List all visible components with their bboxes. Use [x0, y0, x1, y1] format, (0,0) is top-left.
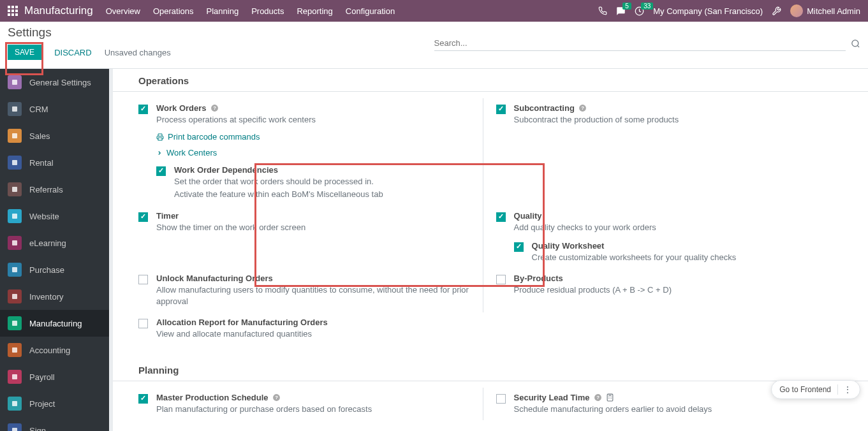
menu-products[interactable]: Products — [251, 6, 284, 16]
help-icon[interactable]: ? — [578, 104, 587, 112]
module-icon — [8, 129, 22, 143]
menu-operations[interactable]: Operations — [153, 6, 194, 16]
company-selector[interactable]: My Company (San Francisco) — [653, 6, 763, 16]
sidebar-item-website[interactable]: Website — [0, 203, 109, 230]
kebab-icon[interactable]: ⋮ — [837, 384, 852, 395]
setting-unlock: Unlock Manufacturing Orders Allow manufa… — [138, 268, 483, 312]
setting-mps: Master Production Schedule ? Plan manufa… — [138, 388, 483, 420]
subcontracting-checkbox[interactable] — [496, 105, 506, 114]
timer-checkbox[interactable] — [138, 212, 148, 222]
user-menu[interactable]: Mitchell Admin — [790, 4, 860, 17]
security-checkbox[interactable] — [496, 394, 506, 404]
svg-rect-10 — [12, 267, 17, 272]
sidebar-item-elearning[interactable]: eLearning — [0, 230, 109, 256]
svg-text:?: ? — [596, 395, 600, 400]
sidebar-item-crm[interactable]: CRM — [0, 96, 109, 122]
sidebar-item-payroll[interactable]: Payroll — [0, 363, 109, 390]
quality-worksheet-checkbox[interactable] — [514, 242, 524, 252]
module-icon — [8, 423, 22, 431]
work-orders-desc: Process operations at specific work cent… — [156, 114, 470, 126]
print-barcode-link[interactable]: Print barcode commands — [156, 132, 470, 142]
clock-icon[interactable]: 33 — [635, 6, 644, 16]
settings-content[interactable]: Operations Work Orders ? Process operati… — [113, 69, 868, 431]
menu-overview[interactable]: Overview — [106, 6, 140, 16]
tools-icon[interactable] — [772, 6, 781, 16]
menu-configuration[interactable]: Configuration — [346, 6, 395, 16]
chat-icon[interactable]: 5 — [616, 6, 626, 16]
quality-title: Quality — [514, 211, 542, 221]
svg-rect-3 — [12, 80, 17, 85]
phone-icon[interactable] — [598, 6, 607, 15]
mps-desc: Plan manufacturing or purchase orders ba… — [156, 404, 470, 415]
svg-rect-13 — [12, 347, 17, 353]
work-order-deps-desc2: Activate the feature within each BoM's M… — [174, 189, 470, 200]
allocation-desc: View and allocate manufactured quantitie… — [156, 328, 470, 340]
allocation-checkbox[interactable] — [138, 319, 148, 328]
sidebar-item-rental[interactable]: Rental — [0, 149, 109, 176]
module-icon — [8, 182, 22, 196]
setting-byproducts: By-Products Produce residual products (A… — [483, 268, 827, 312]
svg-text:?: ? — [275, 395, 278, 400]
byproducts-checkbox[interactable] — [496, 275, 506, 284]
mps-checkbox[interactable] — [138, 394, 148, 404]
mps-title: Master Production Schedule — [156, 393, 268, 402]
calculator-icon[interactable] — [606, 393, 614, 402]
module-icon — [8, 209, 22, 223]
quality-desc: Add quality checks to your work orders — [514, 222, 814, 233]
quality-checkbox[interactable] — [496, 212, 506, 222]
search-input[interactable] — [434, 36, 846, 51]
go-to-frontend-button[interactable]: Go to Frontend ⋮ — [771, 380, 860, 399]
sidebar-item-label: Purchase — [29, 265, 64, 275]
section-planning-header: Planning — [113, 358, 868, 381]
search-icon[interactable] — [851, 39, 860, 48]
sidebar-item-inventory[interactable]: Inventory — [0, 283, 109, 310]
apps-icon[interactable] — [8, 6, 18, 16]
menu-planning[interactable]: Planning — [207, 6, 239, 16]
unlock-desc: Allow manufacturing users to modify quan… — [156, 284, 470, 307]
sidebar-item-sales[interactable]: Sales — [0, 122, 109, 149]
sidebar-item-accounting[interactable]: Accounting — [0, 337, 109, 363]
app-brand[interactable]: Manufacturing — [24, 4, 93, 17]
module-icon — [8, 316, 22, 330]
settings-sidebar[interactable]: General SettingsCRMSalesRentalReferralsW… — [0, 69, 113, 431]
svg-point-1 — [852, 40, 858, 46]
work-order-deps-checkbox[interactable] — [156, 166, 166, 176]
save-button[interactable]: SAVE — [8, 45, 41, 60]
control-panel: Settings SAVE DISCARD Unsaved changes — [0, 22, 868, 69]
menu-reporting[interactable]: Reporting — [297, 6, 332, 16]
module-icon — [8, 156, 22, 170]
timer-desc: Show the timer on the work order screen — [156, 222, 470, 233]
sidebar-item-general-settings[interactable]: General Settings — [0, 69, 109, 96]
sidebar-item-label: Sales — [29, 131, 50, 141]
setting-work-orders: Work Orders ? Process operations at spec… — [138, 98, 483, 206]
security-title: Security Lead Time — [514, 393, 590, 402]
setting-quality: Quality Add quality checks to your work … — [483, 206, 827, 268]
sidebar-item-project[interactable]: Project — [0, 390, 109, 417]
work-orders-checkbox[interactable] — [138, 105, 148, 114]
sidebar-item-label: General Settings — [29, 78, 91, 87]
section-operations-header: Operations — [113, 69, 868, 92]
work-order-deps-desc1: Set the order that work orders should be… — [174, 176, 470, 187]
unlock-checkbox[interactable] — [138, 275, 148, 284]
unlock-title: Unlock Manufacturing Orders — [156, 274, 273, 283]
sidebar-item-sign[interactable]: Sign — [0, 417, 109, 431]
work-orders-title: Work Orders — [156, 103, 207, 113]
svg-rect-15 — [12, 401, 17, 406]
quality-worksheet-desc: Create customizable worksheets for your … — [532, 252, 814, 263]
work-centers-link[interactable]: Work Centers — [156, 148, 470, 157]
work-order-deps-title: Work Order Dependencies — [174, 165, 278, 175]
help-icon[interactable]: ? — [210, 104, 219, 112]
allocation-title: Allocation Report for Manufacturing Orde… — [156, 318, 328, 327]
discard-button[interactable]: DISCARD — [49, 45, 97, 60]
security-desc: Schedule manufacturing orders earlier to… — [514, 404, 814, 415]
sidebar-item-label: Sign — [29, 426, 46, 432]
help-icon[interactable]: ? — [272, 393, 281, 402]
svg-rect-16 — [12, 428, 17, 431]
svg-line-2 — [857, 45, 859, 47]
sidebar-item-manufacturing[interactable]: Manufacturing — [0, 310, 109, 337]
sidebar-item-purchase[interactable]: Purchase — [0, 256, 109, 283]
help-icon[interactable]: ? — [594, 393, 602, 402]
sidebar-item-referrals[interactable]: Referrals — [0, 176, 109, 203]
sidebar-item-label: Website — [29, 212, 59, 221]
unsaved-indicator: Unsaved changes — [105, 48, 171, 57]
